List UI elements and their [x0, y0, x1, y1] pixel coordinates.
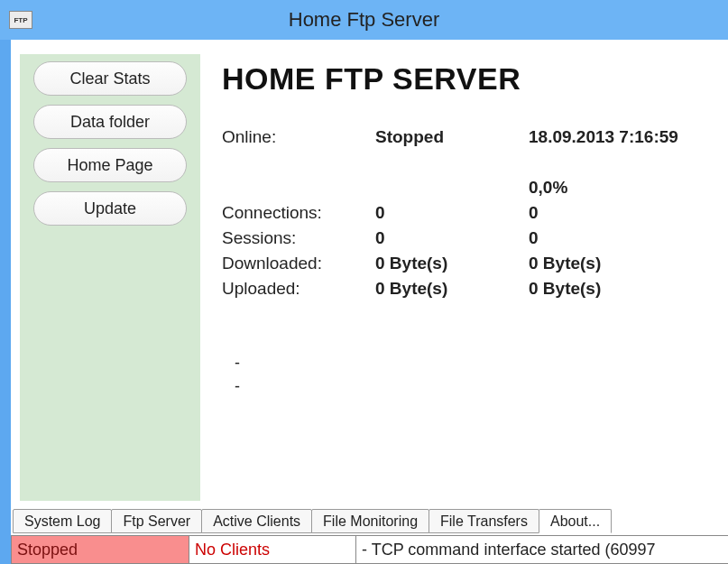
info-line-2: - [235, 374, 719, 398]
downloaded-value-2: 0 Byte(s) [529, 254, 719, 273]
content-area: HOME FTP SERVER Online: Stopped 18.09.20… [200, 54, 728, 501]
connections-label: Connections: [222, 203, 375, 223]
window-title: Home Ftp Server [289, 8, 440, 32]
connections-value-1: 0 [375, 203, 529, 223]
uploaded-label: Uploaded: [222, 279, 375, 299]
main-panel: Clear Stats Data folder Home Page Update… [11, 40, 728, 506]
sidebar: Clear Stats Data folder Home Page Update [20, 54, 200, 501]
online-status: Stopped [375, 127, 529, 147]
status-log-message: - TCP command interface started (60997 [355, 535, 728, 564]
uploaded-value-2: 0 Byte(s) [529, 279, 719, 299]
status-bar: Stopped No Clients - TCP command interfa… [11, 535, 728, 564]
sessions-value-1: 0 [375, 228, 529, 248]
downloaded-value-1: 0 Byte(s) [375, 254, 529, 273]
info-list: - - [222, 351, 719, 398]
tab-about[interactable]: About... [539, 509, 612, 533]
tab-system-log[interactable]: System Log [13, 509, 112, 533]
client-area: Clear Stats Data folder Home Page Update… [11, 40, 728, 564]
info-line-1: - [235, 351, 719, 374]
titlebar: FTP Home Ftp Server [0, 0, 728, 40]
downloaded-label: Downloaded: [222, 254, 375, 273]
tab-ftp-server[interactable]: Ftp Server [111, 509, 202, 533]
status-server-state: Stopped [11, 535, 189, 564]
page-heading: HOME FTP SERVER [222, 61, 719, 97]
clear-stats-button[interactable]: Clear Stats [33, 61, 187, 96]
sessions-label: Sessions: [222, 228, 375, 248]
tabs-row: System Log Ftp Server Active Clients Fil… [11, 506, 728, 533]
online-label: Online: [222, 127, 375, 147]
home-page-button[interactable]: Home Page [33, 148, 187, 182]
tab-active-clients[interactable]: Active Clients [201, 509, 312, 533]
stats-grid: Online: Stopped 18.09.2013 7:16:59 0,0% … [222, 127, 719, 299]
tab-file-monitoring[interactable]: File Monitoring [311, 509, 429, 533]
update-button[interactable]: Update [33, 191, 187, 226]
status-clients: No Clients [189, 535, 356, 564]
app-icon: FTP [9, 11, 32, 29]
tab-file-transfers[interactable]: File Transfers [429, 509, 539, 533]
percent-value: 0,0% [529, 178, 719, 198]
data-folder-button[interactable]: Data folder [33, 105, 187, 139]
sessions-value-2: 0 [529, 228, 719, 248]
uploaded-value-1: 0 Byte(s) [375, 279, 529, 299]
connections-value-2: 0 [529, 203, 719, 223]
online-datetime: 18.09.2013 7:16:59 [529, 127, 719, 147]
